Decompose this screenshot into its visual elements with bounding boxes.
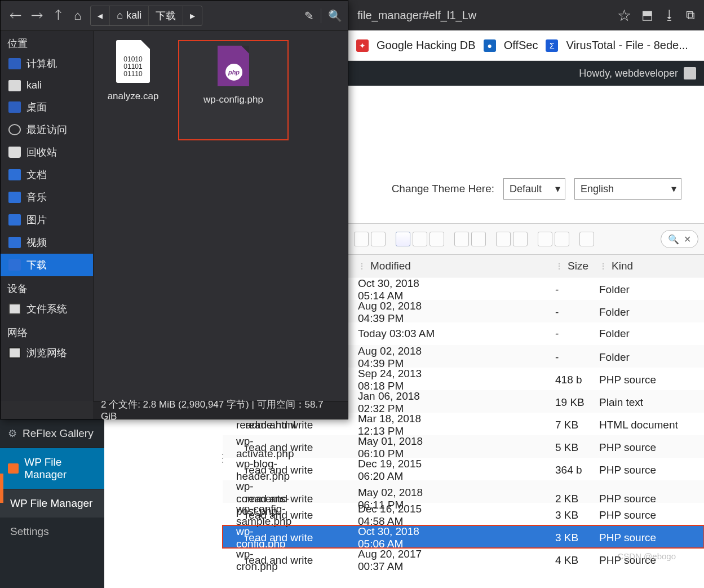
- sidebar-item[interactable]: 计算机: [1, 52, 93, 75]
- pocket-icon[interactable]: ⬒: [641, 8, 653, 23]
- kali-file-manager-window: 🡐 🡒 🡑 ⌂ ◂ ⌂kali 下载 ▸ ✎ 🔍 位置 计算机kali桌面最近访…: [0, 0, 348, 419]
- panel-resizer-icon[interactable]: ⋮: [217, 451, 224, 468]
- theme-selector-row: Change Theme Here: Default English: [348, 172, 704, 206]
- wp-admin-sidebar: ⚙ ReFlex Gallery WP File Manager WP File…: [0, 419, 104, 588]
- ico-net-icon: [8, 347, 21, 359]
- ico-desktop-icon: [8, 101, 21, 113]
- ico-recent-icon: [8, 124, 21, 135]
- sidebar-item[interactable]: 回收站: [1, 141, 93, 163]
- theme-select[interactable]: Default: [503, 178, 565, 200]
- elfinder-search[interactable]: 🔍 ✕: [661, 230, 698, 248]
- table-row[interactable]: wp-activate.php read and write May 01, 2…: [223, 435, 704, 458]
- file-name: analyze.cap: [99, 91, 167, 102]
- select-btn[interactable]: [555, 232, 569, 246]
- sidebar-item[interactable]: 文档: [1, 163, 93, 186]
- sidebar-item-reflex[interactable]: ⚙ ReFlex Gallery: [0, 419, 104, 448]
- column-grip-icon[interactable]: ⋮: [358, 262, 366, 271]
- preview-btn[interactable]: [454, 232, 469, 246]
- offsec-icon: ●: [484, 39, 496, 52]
- bookmark-ghdb[interactable]: Google Hacking DB: [377, 39, 476, 52]
- sidebar-item[interactable]: 文件系统: [1, 298, 93, 320]
- toolbar-btn[interactable]: [371, 232, 386, 246]
- table-row[interactable]: wp-config-sample.php read and write Dec …: [223, 503, 704, 525]
- sidebar-item[interactable]: 桌面: [1, 96, 93, 118]
- view-list-btn[interactable]: [413, 232, 427, 246]
- folder-icon: [8, 463, 19, 474]
- cap-file-icon: 010100110101110: [116, 40, 150, 83]
- ghdb-icon: ✦: [356, 39, 369, 52]
- ico-doc-icon: [8, 169, 21, 180]
- bookmark-virustotal[interactable]: VirusTotal - File - 8ede...: [566, 39, 688, 52]
- ico-trash-icon: [8, 147, 21, 158]
- col-kind[interactable]: Kind: [612, 260, 633, 272]
- places-header: 位置: [1, 31, 93, 52]
- file-tile[interactable]: 010100110101110 analyze.cap: [99, 40, 167, 102]
- sidebar-item[interactable]: 图片: [1, 209, 93, 231]
- info-btn[interactable]: [471, 232, 486, 246]
- ico-pc-icon: [8, 58, 21, 69]
- view-icons-btn[interactable]: [396, 232, 410, 246]
- fm-sidebar: 位置 计算机kali桌面最近访问回收站文档音乐图片视频下载 设备 文件系统 网络…: [1, 31, 93, 401]
- col-size[interactable]: Size: [568, 260, 588, 272]
- search-icon: 🔍: [668, 234, 679, 245]
- breadcrumb-prev-icon[interactable]: ◂: [91, 6, 109, 25]
- bookmark-offsec[interactable]: OffSec: [504, 39, 538, 52]
- ico-folder-icon: [8, 80, 21, 91]
- table-row[interactable]: wp-comments-post.php read and write May …: [223, 480, 704, 503]
- sidebar-subitem-wpfm[interactable]: WP File Manager: [0, 489, 104, 518]
- sort-btn[interactable]: [496, 232, 511, 246]
- ico-fs-icon: [8, 303, 21, 315]
- sidebar-subitem-settings[interactable]: Settings: [0, 518, 104, 546]
- fm-content-area[interactable]: 010100110101110 analyze.cap php wp-confi…: [93, 31, 348, 401]
- edit-path-icon[interactable]: ✎: [304, 9, 314, 23]
- view-columns-btn[interactable]: [430, 232, 444, 246]
- ico-dl-icon: [8, 259, 21, 271]
- gear-icon: ⚙: [8, 427, 17, 440]
- ico-img-icon: [8, 214, 21, 226]
- sidebar-item[interactable]: 最近访问: [1, 118, 93, 141]
- select-btn[interactable]: [538, 232, 552, 246]
- file-tile-selected[interactable]: php wp-config.php: [178, 40, 289, 140]
- change-theme-label: Change Theme Here:: [392, 183, 494, 195]
- breadcrumb-root[interactable]: ⌂kali: [109, 6, 148, 25]
- fm-status-bar: 2 个文件: 2.8 MiB (2,980,947 字节) | 可用空间：58.…: [93, 401, 348, 419]
- breadcrumb-current[interactable]: 下载: [148, 6, 183, 25]
- sidebar-item[interactable]: 视频: [1, 231, 93, 254]
- toolbar-btn[interactable]: [354, 232, 369, 246]
- sidebar-item[interactable]: 下载: [1, 254, 93, 276]
- network-header: 网络: [1, 320, 93, 342]
- back-icon[interactable]: 🡐: [6, 6, 25, 25]
- forward-icon[interactable]: 🡒: [28, 6, 47, 25]
- table-row[interactable]: wp-blog-header.php read and write Dec 19…: [223, 458, 704, 480]
- bookmarks-bar: ✦ Google Hacking DB ● OffSec Σ VirusTota…: [348, 30, 704, 61]
- bookmark-star-icon[interactable]: ☆: [617, 6, 631, 25]
- breadcrumb: ◂ ⌂kali 下载 ▸: [90, 6, 202, 26]
- sort-btn[interactable]: [513, 232, 528, 246]
- search-icon[interactable]: 🔍: [328, 9, 342, 23]
- fullscreen-btn[interactable]: [579, 232, 594, 246]
- home-icon[interactable]: ⌂: [70, 6, 85, 25]
- column-grip-icon[interactable]: ⋮: [599, 262, 607, 271]
- download-icon[interactable]: ⭳: [663, 8, 676, 23]
- sidebar-item-wpfm[interactable]: WP File Manager: [0, 448, 104, 489]
- col-modified[interactable]: Modified: [370, 260, 411, 272]
- url-fragment: file_manager#elf_l1_Lw: [357, 9, 476, 22]
- up-icon[interactable]: 🡑: [49, 6, 68, 25]
- avatar-icon[interactable]: [684, 67, 696, 79]
- home-icon: ⌂: [117, 10, 123, 21]
- howdy-text[interactable]: Howdy, webdeveloper: [579, 68, 678, 79]
- language-select[interactable]: English: [574, 178, 681, 200]
- table-row[interactable]: wp-config.php read and write Oct 30, 201…: [223, 525, 704, 548]
- ico-vid-icon: [8, 237, 21, 248]
- elfinder-toolbar: 🔍 ✕: [348, 223, 704, 255]
- extension-icon[interactable]: ⧉: [686, 8, 695, 23]
- breadcrumb-next-icon[interactable]: ▸: [183, 6, 202, 25]
- column-grip-icon[interactable]: ⋮: [555, 262, 563, 271]
- clear-search-icon[interactable]: ✕: [684, 234, 691, 245]
- virustotal-icon: Σ: [546, 39, 558, 52]
- sidebar-item[interactable]: 浏览网络: [1, 342, 93, 364]
- sidebar-item[interactable]: kali: [1, 75, 93, 96]
- sidebar-item[interactable]: 音乐: [1, 186, 93, 209]
- php-file-icon: php: [218, 46, 249, 86]
- table-row[interactable]: wp-cron.php read and write Aug 20, 2017 …: [223, 548, 704, 571]
